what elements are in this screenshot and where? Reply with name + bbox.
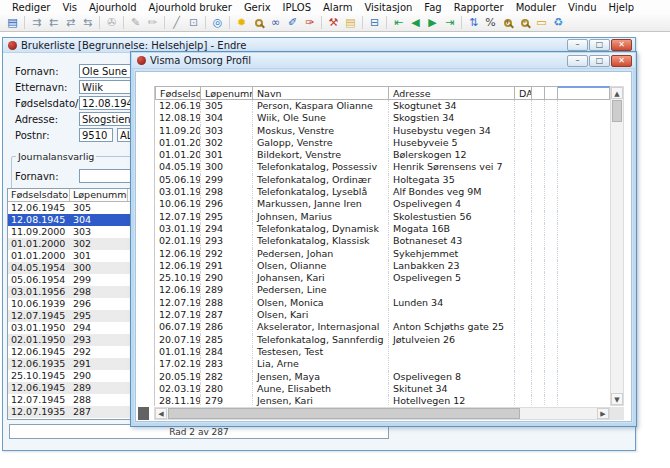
- sort-icon[interactable]: ⇅: [465, 15, 482, 30]
- key-icon[interactable]: ✇: [103, 15, 120, 30]
- zoom-out-magnifier-icon[interactable]: -: [516, 15, 533, 30]
- menu-item-hjelp[interactable]: Hjelp: [603, 2, 641, 13]
- table-row[interactable]: 04.05.1954300Telefonkatalog, PossessivHe…: [155, 161, 611, 173]
- nav-previous-icon[interactable]: ◀: [407, 15, 424, 30]
- table-row[interactable]: 17.02.1950283Lia, Arne: [155, 358, 611, 370]
- menu-item-rapporter[interactable]: Rapporter: [448, 2, 510, 13]
- vertical-scrollbar[interactable]: ▲ ▼: [610, 86, 624, 406]
- table-row[interactable]: 02.01.1950293Telefonkatalog, KlassiskBot…: [155, 235, 611, 247]
- menu-item-rediger[interactable]: Rediger: [6, 2, 56, 13]
- scroll-left-icon[interactable]: ◀: [155, 408, 167, 419]
- table-row[interactable]: 12.07.1945288Olsen, MonicaLunden 34: [155, 297, 611, 309]
- quill-double-icon[interactable]: ✏: [144, 15, 161, 30]
- column-header-blank[interactable]: [532, 86, 545, 100]
- table-row[interactable]: 05.06.1954299Telefonkatalog, OrdinærHolt…: [155, 174, 611, 186]
- search-magnifier-icon[interactable]: [250, 15, 267, 30]
- column-header-adresse[interactable]: Adresse: [389, 86, 515, 100]
- minimize-button[interactable]: –: [567, 39, 588, 51]
- refresh-icon[interactable]: ♻: [550, 15, 567, 30]
- scroll-right-icon[interactable]: ▶: [597, 408, 609, 419]
- table-row[interactable]: 06.07.1977286Akselerator, InternasjonalA…: [155, 321, 611, 333]
- table-row[interactable]: 28.11.1938279Jensen, KariHotellvegen 12: [155, 395, 611, 406]
- horizontal-scrollbar[interactable]: ◀ ▶: [154, 407, 610, 420]
- cell: [515, 395, 532, 406]
- vertical-scroll-thumb[interactable]: [612, 100, 622, 122]
- pen-blue-icon[interactable]: ✐: [284, 15, 301, 30]
- cell: [532, 248, 545, 260]
- table-row[interactable]: 12.08.1945304Wiik, Ole SuneSkogstien 34: [155, 112, 611, 124]
- postnr-field[interactable]: [79, 128, 113, 142]
- cell: Botnaneset 43: [389, 235, 515, 247]
- table-row[interactable]: 01.01.2000301Bildekort, VenstreBølerskog…: [155, 149, 611, 161]
- table-row[interactable]: 20.05.1939282Jensen, MayaOspelivegen 8: [155, 371, 611, 383]
- blue-ring-icon[interactable]: ◎: [209, 15, 226, 30]
- scroll-up-icon[interactable]: ▲: [611, 87, 623, 99]
- close-button[interactable]: ✕: [611, 55, 632, 67]
- column-header-blank[interactable]: [545, 86, 558, 100]
- table-row[interactable]: 12.06.1945289Pedersen, Line: [155, 284, 611, 296]
- table-row[interactable]: 20.07.1950285Telefonkatalog, SannferdigJ…: [155, 334, 611, 346]
- tree-link-left-icon[interactable]: ⇇: [45, 15, 62, 30]
- scroll-down-icon[interactable]: ▼: [611, 393, 623, 405]
- menu-item-vis[interactable]: Vis: [56, 2, 83, 13]
- table-row[interactable]: 03.01.1956298Telefonkatalog, LyseblåAlf …: [155, 186, 611, 198]
- menu-item-iplos[interactable]: IPLOS: [277, 2, 317, 13]
- nav-last-icon[interactable]: ⇥: [441, 15, 458, 30]
- percent-icon[interactable]: %: [482, 15, 499, 30]
- table-row[interactable]: 10.06.1939296Markussen, Janne IrenOspeli…: [155, 198, 611, 210]
- notepad-icon[interactable]: ▤: [342, 15, 359, 30]
- column-header-fødselsdato[interactable]: Fødselsdato: [155, 86, 201, 100]
- profil-titlebar[interactable]: Visma Omsorg Profil – □ ✕: [132, 53, 635, 69]
- app-logo-icon: [137, 56, 146, 65]
- table-row[interactable]: 03.01.1950294Telefonkatalog, DynamiskMog…: [155, 223, 611, 235]
- table-row[interactable]: 12.07.1935287Olsen, Kari: [155, 309, 611, 321]
- cell: 03.01.1950: [155, 223, 201, 235]
- menu-item-alarm[interactable]: Alarm: [317, 2, 358, 13]
- menu-item-visitasjon[interactable]: Visitasjon: [358, 2, 418, 13]
- column-header-løpenummer[interactable]: Løpenummer: [70, 189, 128, 201]
- table-row[interactable]: 25.10.1945290Johansen, KariOspelivegen 5: [155, 272, 611, 284]
- splitter-box[interactable]: [138, 407, 149, 420]
- minimize-button[interactable]: –: [567, 55, 588, 67]
- zoom-in-magnifier-icon[interactable]: +: [499, 15, 516, 30]
- maximize-button[interactable]: □: [589, 55, 610, 67]
- table-row[interactable]: 12.07.1945295Johnsen, MariusSkolestustie…: [155, 211, 611, 223]
- maximize-button[interactable]: □: [589, 39, 610, 51]
- microscope-icon[interactable]: ⚒: [325, 15, 342, 30]
- table-row[interactable]: 12.06.1945305Person, Kaspara OlianneSkog…: [155, 100, 611, 112]
- menu-item-moduler[interactable]: Moduler: [510, 2, 562, 13]
- table-row[interactable]: 02.03.1942280Aune, ElisabethSkitunet 34: [155, 383, 611, 395]
- cell: Lunden 34: [389, 297, 515, 309]
- menu-item-ajourhold[interactable]: Ajourhold: [83, 2, 143, 13]
- lightbulb-icon[interactable]: ✹: [233, 15, 250, 30]
- ruler-icon[interactable]: ▭: [533, 15, 550, 30]
- menu-item-vindu[interactable]: Vindu: [562, 2, 602, 13]
- image-frame-icon[interactable]: ⊡: [185, 15, 202, 30]
- tree-link-right-icon[interactable]: ⇉: [28, 15, 45, 30]
- menu-item-fag[interactable]: Fag: [418, 2, 447, 13]
- menu-item-gerix[interactable]: Gerix: [238, 2, 277, 13]
- horizontal-scroll-thumb[interactable]: [168, 408, 520, 419]
- column-header-navn[interactable]: Navn: [253, 86, 389, 100]
- nav-next-icon[interactable]: ▶: [424, 15, 441, 30]
- branch-in-icon[interactable]: ⇆: [79, 15, 96, 30]
- pencil-line-icon[interactable]: ╱: [168, 15, 185, 30]
- quill-icon[interactable]: ✎: [127, 15, 144, 30]
- save-icon[interactable]: ▤: [4, 15, 21, 30]
- column-header-fødselsdato[interactable]: Fødselsdato: [8, 189, 70, 201]
- menu-item-ajourhold-bruker[interactable]: Ajourhold bruker: [143, 2, 238, 13]
- table-row[interactable]: 12.06.1935291Olsen, OlianneLanbakken 23: [155, 260, 611, 272]
- print-icon[interactable]: ⊟: [366, 15, 383, 30]
- table-row[interactable]: 11.09.2000303Moskus, VenstreHusebystu ve…: [155, 125, 611, 137]
- nav-first-icon[interactable]: ⇤: [390, 15, 407, 30]
- table-row[interactable]: 01.01.2000302Galopp, VenstreHusebyveie 5: [155, 137, 611, 149]
- column-header-da[interactable]: DA: [515, 86, 532, 100]
- pen-red-icon[interactable]: ✑: [301, 15, 318, 30]
- table-row[interactable]: 01.01.1920284Testesen, Test: [155, 346, 611, 358]
- cell: 302: [201, 137, 253, 149]
- binoculars-icon[interactable]: ∞: [267, 15, 284, 30]
- table-row[interactable]: 12.06.1945292Pedersen, JohanSykehjemmet: [155, 248, 611, 260]
- branch-out-icon[interactable]: ⇄: [62, 15, 79, 30]
- close-button[interactable]: ✕: [611, 39, 632, 51]
- column-header-løpenummer[interactable]: Løpenummer: [201, 86, 253, 100]
